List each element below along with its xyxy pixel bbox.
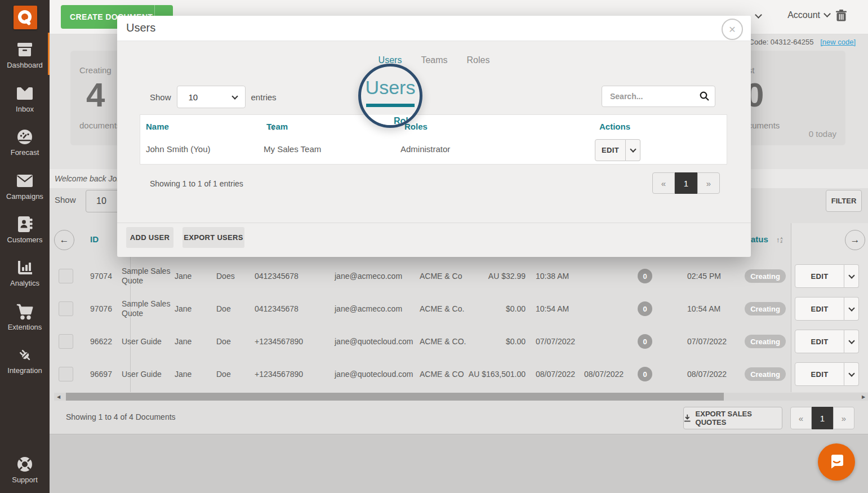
cell-date: 10:54 AM bbox=[536, 304, 569, 313]
stat-label: Creating bbox=[79, 65, 112, 75]
sidebar-item-extentions[interactable]: Extentions bbox=[0, 303, 50, 331]
scroll-left-button[interactable]: ← bbox=[54, 230, 74, 250]
cell-date: 02:45 PM bbox=[687, 272, 721, 281]
scrollbar-left-arrow-icon[interactable]: ◀ bbox=[54, 393, 63, 401]
row-checkbox[interactable] bbox=[59, 334, 73, 349]
scrollbar-thumb[interactable] bbox=[66, 393, 724, 401]
cell-date: 08/07/2022 bbox=[687, 370, 727, 379]
cell-phone: 0412345678 bbox=[255, 272, 299, 281]
filter-button[interactable]: FILTER bbox=[826, 190, 862, 212]
sidebar-item-support[interactable]: Support bbox=[0, 455, 50, 484]
users-header-name[interactable]: Name ↓AZ bbox=[146, 122, 275, 131]
users-modal: Users ✕ Users Teams Roles Show 10 entrie… bbox=[117, 16, 751, 257]
page-size-value: 10 bbox=[96, 196, 106, 206]
modal-close-button[interactable]: ✕ bbox=[722, 19, 743, 40]
scroll-right-button[interactable]: → bbox=[845, 230, 865, 250]
tab-roles[interactable]: Roles bbox=[467, 55, 490, 65]
row-checkbox[interactable] bbox=[59, 269, 73, 283]
row-checkbox[interactable] bbox=[59, 301, 73, 316]
users-header-actions[interactable]: Actions bbox=[599, 122, 630, 131]
sidebar-item-integration[interactable]: Integration bbox=[0, 346, 50, 375]
horizontal-scrollbar[interactable]: ◀ ▶ bbox=[54, 393, 868, 401]
stat-value: 4 bbox=[86, 75, 105, 114]
tab-teams[interactable]: Teams bbox=[421, 55, 447, 65]
edit-dropdown-toggle[interactable] bbox=[844, 330, 859, 353]
cell-phone: 0412345678 bbox=[255, 304, 299, 313]
row-edit-button[interactable]: EDIT bbox=[795, 297, 859, 321]
stat-today: 0 today bbox=[809, 129, 836, 139]
search-input[interactable] bbox=[602, 86, 715, 107]
row-edit-button[interactable]: EDIT bbox=[795, 264, 859, 288]
export-users-button[interactable]: EXPORT USERS bbox=[182, 227, 244, 248]
cell-id: 97074 bbox=[90, 272, 112, 281]
add-user-button[interactable]: ADD USER bbox=[126, 227, 173, 248]
search-icon[interactable] bbox=[700, 91, 709, 101]
pagination-next[interactable]: » bbox=[697, 172, 720, 194]
scrollbar-right-arrow-icon[interactable]: ▶ bbox=[859, 393, 868, 401]
cell-amount: $0.00 bbox=[441, 337, 526, 346]
sidebar-item-campaigns[interactable]: Campaigns bbox=[0, 172, 50, 201]
modal-show-entries: Show 10 entries bbox=[150, 86, 277, 108]
export-sales-quotes-button[interactable]: EXPORT SALES QUOTES bbox=[683, 407, 782, 429]
life-ring-icon bbox=[0, 455, 50, 473]
sidebar-item-dashboard[interactable]: Dashboard bbox=[0, 41, 50, 69]
chat-widget-button[interactable] bbox=[818, 443, 855, 481]
pagination-prev[interactable]: « bbox=[790, 407, 812, 429]
user-edit-button[interactable]: EDIT bbox=[595, 139, 640, 161]
edit-button-label[interactable]: EDIT bbox=[795, 362, 844, 386]
cell-last-name: Does bbox=[216, 272, 235, 281]
table-row: 96622 User Guide Jane Doe +1234567890 ja… bbox=[50, 325, 868, 358]
sidebar-item-analytics[interactable]: Analytics bbox=[0, 259, 50, 287]
edit-button-label[interactable]: EDIT bbox=[795, 330, 844, 353]
filter-label: FILTER bbox=[831, 197, 857, 205]
edit-button-label[interactable]: EDIT bbox=[795, 264, 844, 288]
edit-dropdown-toggle[interactable] bbox=[844, 264, 859, 288]
close-icon: ✕ bbox=[728, 24, 736, 35]
sidebar-item-label: Customers bbox=[0, 236, 50, 244]
modal-search bbox=[602, 86, 715, 107]
column-header-id[interactable]: ID bbox=[90, 234, 99, 244]
magnified-tab-label: Users bbox=[361, 77, 420, 99]
sidebar-item-customers[interactable]: Customers bbox=[0, 215, 50, 244]
cell-phone: +1234567890 bbox=[255, 337, 303, 346]
chat-bubble-icon bbox=[827, 453, 845, 471]
account-menu[interactable]: Account bbox=[787, 10, 830, 20]
contacts-book-icon bbox=[0, 215, 50, 233]
row-edit-button[interactable]: EDIT bbox=[795, 362, 859, 386]
cell-date: 07/07/2022 bbox=[687, 337, 727, 346]
edit-dropdown-toggle[interactable] bbox=[844, 362, 859, 386]
trash-icon[interactable] bbox=[836, 10, 847, 24]
row-checkbox[interactable] bbox=[59, 367, 73, 381]
edit-button-label[interactable]: EDIT bbox=[795, 297, 844, 321]
sidebar-item-forecast[interactable]: Forecast bbox=[0, 128, 50, 157]
chevron-down-icon[interactable] bbox=[751, 11, 761, 21]
row-edit-button[interactable]: EDIT bbox=[795, 330, 859, 353]
sidebar-item-label: Integration bbox=[0, 366, 50, 375]
archive-box-icon bbox=[0, 41, 50, 59]
sidebar-item-label: Campaigns bbox=[0, 192, 50, 201]
pagination-page-1[interactable]: 1 bbox=[812, 407, 833, 429]
cell-amount: AU $32.99 bbox=[441, 272, 526, 281]
magnifier-lens: Users Roles bbox=[358, 64, 422, 128]
sidebar-item-label: Forecast bbox=[0, 148, 50, 157]
user-cell-name: John Smith (You) bbox=[146, 144, 211, 154]
modal-tabs: Users Teams Roles bbox=[117, 55, 751, 65]
edit-dropdown-toggle[interactable] bbox=[626, 139, 640, 161]
plug-icon bbox=[0, 346, 50, 364]
modal-page-size-select[interactable]: 10 bbox=[177, 86, 246, 108]
bar-chart-icon bbox=[0, 259, 50, 277]
sidebar-item-inbox[interactable]: Inbox bbox=[0, 85, 50, 113]
pagination-prev[interactable]: « bbox=[652, 172, 675, 194]
cell-document-name: User Guide bbox=[122, 337, 175, 347]
edit-dropdown-toggle[interactable] bbox=[844, 297, 859, 321]
users-header-roles[interactable]: Roles bbox=[404, 122, 428, 131]
users-header-team[interactable]: Team bbox=[266, 122, 288, 131]
pagination-page-1[interactable]: 1 bbox=[675, 172, 697, 194]
cell-id: 96697 bbox=[90, 370, 112, 379]
pagination-next[interactable]: » bbox=[833, 407, 854, 429]
cell-first-name: Jane bbox=[175, 304, 192, 313]
new-code-link[interactable]: [new code] bbox=[820, 38, 856, 46]
app-logo[interactable] bbox=[14, 6, 37, 29]
edit-button-label[interactable]: EDIT bbox=[595, 139, 626, 161]
sidebar-item-label: Extentions bbox=[0, 323, 50, 331]
